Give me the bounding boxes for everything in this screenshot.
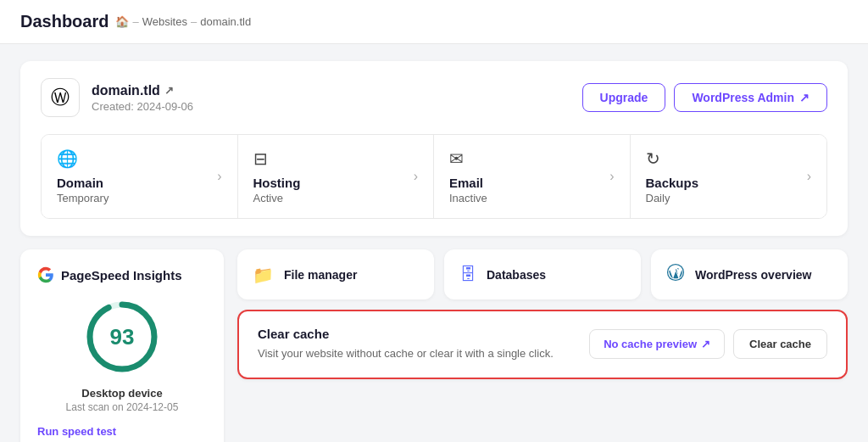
service-icon-hosting: ⊟ [253, 148, 301, 169]
service-item-domain[interactable]: 🌐 Domain Temporary › [42, 135, 238, 218]
no-cache-preview-button[interactable]: No cache preview ↗ [589, 329, 725, 359]
cache-card: Clear cache Visit your website without c… [237, 310, 848, 379]
wp-admin-button[interactable]: WordPress Admin ↗ [674, 83, 827, 112]
tool-card-wordpress-overview[interactable]: WordPress overview [651, 249, 848, 299]
top-bar: Dashboard 🏠 – Websites – domain.tld [0, 0, 868, 44]
service-icon-backups: ↻ [646, 148, 699, 169]
service-item-hosting[interactable]: ⊟ Hosting Active › [238, 135, 435, 218]
breadcrumb-domain: domain.tld [200, 15, 251, 28]
cache-actions: No cache preview ↗ Clear cache [589, 329, 827, 359]
upgrade-button[interactable]: Upgrade [582, 83, 666, 112]
last-scan-label: Last scan on 2024-12-05 [37, 401, 207, 413]
site-info: Ⓦ domain.tld ↗ Created: 2024-09-06 [41, 78, 193, 117]
pagespeed-title-text: PageSpeed Insights [61, 268, 182, 283]
service-name-email: Email [449, 176, 487, 190]
site-created: Created: 2024-09-06 [92, 100, 193, 113]
run-speed-test-button[interactable]: Run speed test [37, 425, 116, 438]
chevron-right-icon: › [414, 169, 418, 184]
breadcrumb-sep1: – [132, 15, 138, 28]
service-item-email[interactable]: ✉ Email Inactive › [434, 135, 631, 218]
service-status-hosting: Active [253, 192, 301, 204]
service-icon-email: ✉ [449, 148, 487, 169]
service-status-email: Inactive [449, 192, 487, 204]
service-name-hosting: Hosting [253, 176, 301, 190]
tool-label: File manager [284, 268, 357, 282]
cache-title: Clear cache [258, 327, 589, 341]
site-domain: domain.tld [92, 83, 160, 98]
service-name-backups: Backups [646, 176, 699, 190]
pagespeed-card: PageSpeed Insights 93 Desktop device Las… [20, 249, 224, 442]
page-title: Dashboard [20, 12, 108, 31]
tools-row: 📁 File manager 🗄 Databases WordPress ove… [237, 249, 848, 299]
tool-card-databases[interactable]: 🗄 Databases [444, 249, 641, 299]
chevron-right-icon: › [609, 169, 614, 184]
right-panel: 📁 File manager 🗄 Databases WordPress ove… [237, 249, 848, 442]
site-card: Ⓦ domain.tld ↗ Created: 2024-09-06 Upgra… [20, 61, 848, 236]
site-domain-link-icon: ↗ [164, 84, 174, 97]
pagespeed-score: 93 [110, 324, 135, 350]
database-icon: 🗄 [459, 265, 476, 284]
wordpress-icon [666, 263, 685, 286]
breadcrumb: 🏠 – Websites – domain.tld [115, 15, 251, 28]
service-name-domain: Domain [57, 176, 108, 190]
chevron-right-icon: › [217, 169, 221, 184]
cache-text-block: Clear cache Visit your website without c… [258, 327, 589, 362]
service-status-domain: Temporary [57, 192, 108, 204]
breadcrumb-websites: Websites [142, 15, 187, 28]
wp-logo: Ⓦ [41, 78, 80, 117]
chevron-right-icon: › [807, 169, 811, 184]
service-icon-domain: 🌐 [57, 148, 108, 169]
external-link-icon: ↗ [799, 91, 810, 104]
wp-admin-label: WordPress Admin [692, 91, 794, 104]
folder-icon: 📁 [253, 265, 274, 285]
breadcrumb-sep2: – [191, 15, 197, 28]
google-g-icon [37, 266, 54, 283]
pagespeed-score-circle: 93 [84, 299, 160, 375]
tool-label: Databases [487, 268, 546, 282]
tool-card-file-manager[interactable]: 📁 File manager [237, 249, 434, 299]
cache-description: Visit your website without cache or clea… [258, 345, 589, 362]
site-actions: Upgrade WordPress Admin ↗ [582, 83, 827, 112]
service-status-backups: Daily [646, 192, 699, 204]
service-item-backups[interactable]: ↻ Backups Daily › [631, 135, 827, 218]
no-cache-ext-icon: ↗ [701, 338, 710, 350]
no-cache-label: No cache preview [604, 338, 697, 350]
service-grid: 🌐 Domain Temporary › ⊟ Hosting Active › … [41, 134, 827, 219]
clear-cache-button[interactable]: Clear cache [733, 329, 827, 359]
device-label: Desktop device [37, 387, 207, 400]
tool-label: WordPress overview [695, 268, 811, 282]
home-icon: 🏠 [115, 15, 129, 28]
